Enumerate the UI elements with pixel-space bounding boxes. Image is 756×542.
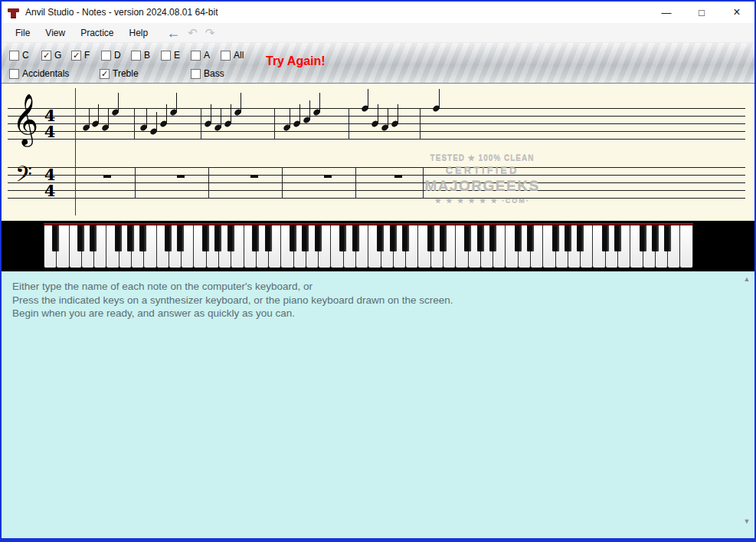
piano-black-key[interactable]: [440, 225, 447, 251]
treble-staff: 𝄞 4 4: [8, 108, 745, 140]
piano-black-key[interactable]: [527, 225, 534, 251]
bass-time-signature: 4 4: [43, 166, 57, 199]
piano-black-key[interactable]: [640, 225, 646, 251]
accidentals-checkbox[interactable]: Accidentals: [9, 68, 69, 79]
piano-black-key[interactable]: [165, 225, 172, 251]
note-stem: [98, 104, 99, 124]
piano-black-key[interactable]: [52, 225, 59, 251]
status-message: Try Again!: [266, 54, 326, 68]
note-checkbox-c[interactable]: C: [9, 50, 29, 61]
piano-black-key[interactable]: [652, 225, 659, 251]
piano-black-key[interactable]: [303, 225, 309, 251]
note-checkbox-f[interactable]: F: [71, 50, 90, 61]
note-stem: [146, 108, 147, 128]
treble-time-signature: 4 4: [43, 107, 57, 140]
piano-black-key[interactable]: [377, 225, 384, 251]
note-stem: [231, 104, 231, 124]
piano-black-key[interactable]: [339, 225, 346, 251]
whole-rest: [250, 175, 258, 178]
piano-black-key[interactable]: [565, 225, 571, 251]
barline: [135, 167, 136, 199]
barline: [349, 108, 349, 140]
instruction-line: Either type the name of each note on the…: [12, 280, 744, 294]
bass-checkbox[interactable]: Bass: [191, 68, 224, 79]
piano-black-key[interactable]: [140, 225, 147, 251]
checkbox-box: [131, 51, 141, 61]
note-checkbox-e[interactable]: E: [161, 50, 180, 61]
barline: [134, 108, 135, 140]
note-stem: [211, 104, 211, 124]
piano-black-key[interactable]: [515, 225, 522, 251]
back-arrow-icon[interactable]: ←: [166, 26, 180, 40]
watermark-line: CERTIFIED: [415, 165, 549, 176]
piano-black-key[interactable]: [202, 225, 209, 251]
piano-black-key[interactable]: [552, 225, 559, 251]
piano-black-key[interactable]: [115, 225, 122, 251]
score-area: 𝄞 4 4 𝄢 4 4 TESTED ★ 100% CLEAN CERTIFIE…: [2, 83, 754, 221]
treble-checkbox[interactable]: Treble: [100, 68, 139, 79]
piano-black-key[interactable]: [577, 225, 584, 251]
checkbox-box: [101, 51, 111, 61]
piano-black-key[interactable]: [614, 225, 621, 251]
app-window: Anvil Studio - Notes - version 2024.08.0…: [0, 0, 756, 542]
scroll-up-icon[interactable]: ▲: [741, 274, 752, 285]
checkbox-label: B: [144, 50, 150, 61]
piano-black-key[interactable]: [177, 225, 184, 251]
piano-black-key[interactable]: [390, 225, 397, 251]
checkbox-label: F: [84, 50, 90, 61]
piano-black-key[interactable]: [402, 225, 409, 251]
menu-file[interactable]: File: [8, 25, 38, 41]
whole-rest: [394, 175, 402, 178]
piano-black-key[interactable]: [252, 225, 259, 251]
piano-black-key[interactable]: [465, 225, 472, 251]
piano-black-key[interactable]: [602, 225, 609, 251]
minimize-button[interactable]: —: [649, 2, 684, 23]
note-stem: [398, 104, 398, 124]
redo-icon[interactable]: ↷: [205, 27, 215, 38]
note-checkbox-g[interactable]: G: [41, 50, 61, 61]
scroll-down-icon[interactable]: ▼: [741, 517, 752, 527]
menu-view[interactable]: View: [38, 25, 73, 41]
note-checkbox-a[interactable]: A: [191, 50, 210, 61]
scrollbar[interactable]: ▲ ▼: [741, 274, 752, 527]
piano-white-key[interactable]: [680, 225, 692, 268]
piano-black-key[interactable]: [290, 225, 296, 251]
note-checkbox-all[interactable]: All: [221, 50, 244, 61]
piano-black-key[interactable]: [664, 225, 671, 251]
piano-black-key[interactable]: [127, 225, 134, 251]
menu-help[interactable]: Help: [122, 25, 156, 41]
note-stem: [439, 89, 440, 109]
piano-black-key[interactable]: [214, 225, 221, 251]
piano-black-key[interactable]: [90, 225, 97, 251]
piano-black-key[interactable]: [227, 225, 234, 251]
checkbox-label: A: [204, 50, 210, 61]
note-checkbox-b[interactable]: B: [131, 50, 150, 61]
note-stem: [368, 89, 368, 109]
note-stem: [319, 93, 320, 113]
piano-black-key[interactable]: [77, 225, 84, 251]
undo-icon[interactable]: ↶: [188, 27, 198, 38]
maximize-button[interactable]: □: [684, 2, 719, 23]
piano-black-key[interactable]: [477, 225, 484, 251]
piano-black-key[interactable]: [315, 225, 322, 251]
whole-rest: [177, 175, 185, 178]
checkbox-box: [71, 51, 81, 61]
barline: [282, 167, 283, 199]
whole-rest: [103, 175, 111, 178]
close-button[interactable]: ×: [719, 2, 754, 23]
window-controls: — □ ×: [649, 2, 754, 23]
note-stem: [299, 104, 300, 124]
checkbox-box: [9, 69, 19, 79]
note-stem: [89, 108, 90, 128]
checkbox-label: C: [22, 50, 29, 61]
piano-black-key[interactable]: [427, 225, 434, 251]
watermark-line: ★ ★ ★ ★ ★ ★ ∙COM∙: [415, 197, 549, 205]
menu-practice[interactable]: Practice: [73, 25, 121, 41]
checkbox-box: [100, 69, 110, 79]
piano-black-key[interactable]: [265, 225, 272, 251]
note-stem: [378, 104, 378, 124]
barline: [201, 108, 201, 140]
piano-black-key[interactable]: [352, 225, 359, 251]
note-checkbox-d[interactable]: D: [101, 50, 121, 61]
piano-black-key[interactable]: [489, 225, 496, 251]
